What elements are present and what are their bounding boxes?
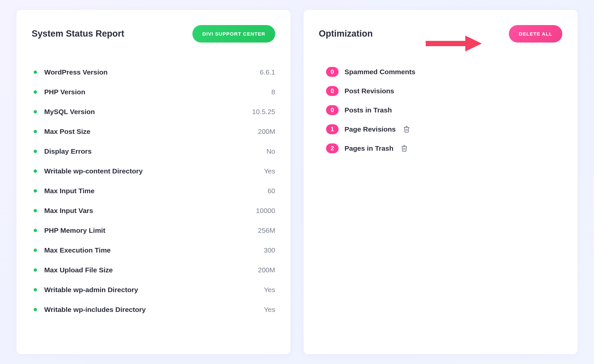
status-ok-icon — [34, 150, 37, 153]
status-value: 8 — [271, 88, 275, 96]
status-row: Max Input Vars10000 — [32, 201, 275, 221]
status-label: Writable wp-includes Directory — [44, 306, 146, 314]
status-row: Writable wp-content DirectoryYes — [32, 161, 275, 181]
optimization-row: 2Pages in Trash — [326, 139, 562, 158]
status-row: Max Post Size200M — [32, 122, 275, 141]
status-row: Max Input Time60 — [32, 181, 275, 201]
status-row: Writable wp-includes DirectoryYes — [32, 300, 275, 319]
optimization-panel-header: Optimization Delete All — [319, 25, 562, 43]
count-badge: 0 — [326, 86, 339, 96]
status-value: 200M — [258, 128, 275, 136]
trash-icon[interactable] — [403, 126, 410, 133]
status-value: Yes — [264, 306, 275, 314]
status-row: Writable wp-admin DirectoryYes — [32, 280, 275, 300]
status-label: Writable wp-admin Directory — [44, 286, 138, 294]
optimization-panel: Optimization Delete All 0Spammed Comment… — [304, 10, 578, 354]
status-row-left: Max Upload File Size — [32, 266, 113, 274]
status-row-left: MySQL Version — [32, 108, 95, 116]
optimization-list: 0Spammed Comments0Post Revisions0Posts i… — [319, 62, 562, 158]
optimization-label: Posts in Trash — [345, 106, 392, 114]
status-row-left: Max Post Size — [32, 128, 90, 136]
status-row-left: PHP Memory Limit — [32, 227, 105, 234]
status-row: Max Upload File Size200M — [32, 260, 275, 280]
status-value: No — [266, 147, 275, 155]
status-label: Max Upload File Size — [44, 266, 113, 274]
count-badge: 0 — [326, 105, 339, 115]
status-row-left: Writable wp-includes Directory — [32, 306, 146, 314]
optimization-label: Page Revisions — [345, 125, 396, 133]
status-label: Display Errors — [44, 147, 92, 155]
optimization-row: 0Spammed Comments — [326, 62, 562, 81]
status-label: Max Input Vars — [44, 207, 93, 215]
status-row-left: PHP Version — [32, 88, 85, 96]
status-label: MySQL Version — [44, 108, 95, 116]
status-row: MySQL Version10.5.25 — [32, 102, 275, 122]
status-row-left: Writable wp-admin Directory — [32, 286, 138, 294]
status-value: 10.5.25 — [252, 108, 275, 116]
count-badge: 0 — [326, 67, 339, 77]
status-row: Max Execution Time300 — [32, 240, 275, 260]
status-row: PHP Memory Limit256M — [32, 221, 275, 240]
status-ok-icon — [34, 229, 37, 232]
status-label: Max Execution Time — [44, 246, 111, 254]
status-label: Max Post Size — [44, 128, 90, 136]
delete-all-button[interactable]: Delete All — [509, 25, 562, 43]
status-panel-header: System Status Report Divi Support Center — [32, 25, 275, 43]
status-label: Max Input Time — [44, 187, 94, 195]
optimization-row: 0Posts in Trash — [326, 101, 562, 120]
status-panel-title: System Status Report — [32, 29, 124, 39]
status-list: WordPress Version6.6.1PHP Version8MySQL … — [32, 62, 275, 319]
optimization-label: Spammed Comments — [345, 68, 415, 76]
status-ok-icon — [34, 268, 37, 272]
optimization-panel-title: Optimization — [319, 29, 373, 39]
status-ok-icon — [34, 71, 37, 74]
status-ok-icon — [34, 209, 37, 212]
status-label: PHP Version — [44, 88, 85, 96]
count-badge: 2 — [326, 143, 339, 153]
status-row-left: Max Execution Time — [32, 246, 111, 254]
status-label: WordPress Version — [44, 68, 108, 76]
optimization-row: 0Post Revisions — [326, 81, 562, 101]
optimization-label: Post Revisions — [345, 87, 394, 95]
status-value: Yes — [264, 167, 275, 175]
status-ok-icon — [34, 130, 37, 133]
status-row: WordPress Version6.6.1 — [32, 62, 275, 82]
status-value: 10000 — [256, 207, 275, 215]
status-ok-icon — [34, 189, 37, 193]
status-row-left: Display Errors — [32, 147, 92, 155]
status-value: 300 — [264, 246, 275, 254]
status-ok-icon — [34, 308, 37, 311]
status-value: 60 — [268, 187, 275, 195]
status-value: 200M — [258, 266, 275, 274]
count-badge: 1 — [326, 124, 339, 134]
optimization-row: 1Page Revisions — [326, 120, 562, 139]
status-value: Yes — [264, 286, 275, 294]
status-value: 6.6.1 — [260, 68, 275, 76]
status-ok-icon — [34, 110, 37, 113]
status-row-left: Writable wp-content Directory — [32, 167, 143, 175]
status-row: PHP Version8 — [32, 82, 275, 102]
status-row: Display ErrorsNo — [32, 141, 275, 161]
optimization-label: Pages in Trash — [345, 144, 393, 152]
status-value: 256M — [258, 227, 275, 234]
status-ok-icon — [34, 288, 37, 291]
trash-icon[interactable] — [401, 145, 408, 152]
status-row-left: Max Input Vars — [32, 207, 93, 215]
status-label: Writable wp-content Directory — [44, 167, 143, 175]
status-label: PHP Memory Limit — [44, 227, 105, 234]
divi-support-center-button[interactable]: Divi Support Center — [192, 25, 275, 43]
status-ok-icon — [34, 90, 37, 94]
status-row-left: Max Input Time — [32, 187, 94, 195]
system-status-panel: System Status Report Divi Support Center… — [16, 10, 290, 354]
status-ok-icon — [34, 169, 37, 173]
status-ok-icon — [34, 249, 37, 252]
status-row-left: WordPress Version — [32, 68, 108, 76]
